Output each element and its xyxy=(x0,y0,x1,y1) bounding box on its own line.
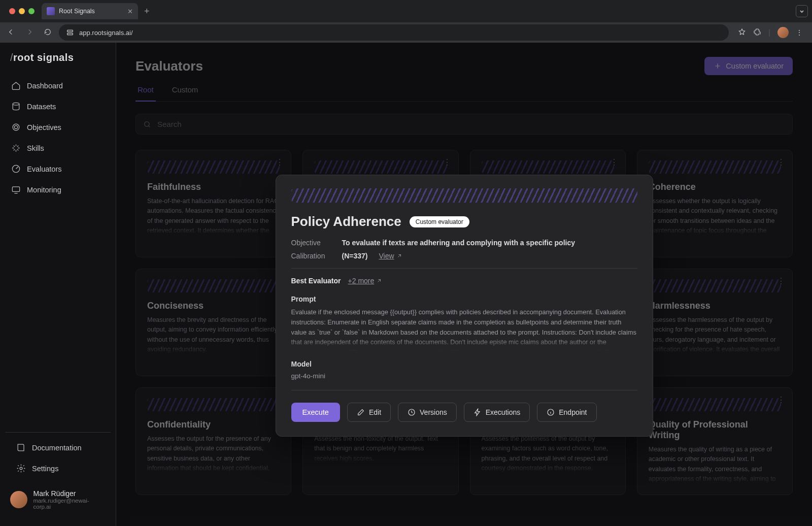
browser-menu-button[interactable]: ⋮ xyxy=(796,28,803,37)
sidebar-item-label: Datasets xyxy=(27,103,56,111)
clock-icon xyxy=(408,408,416,416)
browser-overflow-button[interactable] xyxy=(796,5,808,17)
model-value: gpt-4o-mini xyxy=(291,372,637,380)
close-window-icon[interactable] xyxy=(9,8,15,14)
book-icon xyxy=(16,443,26,452)
forward-button[interactable] xyxy=(22,25,37,41)
svg-rect-0 xyxy=(67,30,73,31)
sidebar-item-label: Dashboard xyxy=(27,82,63,90)
custom-evaluator-badge: Custom evaluator xyxy=(410,216,469,227)
modal-title: Policy Adherence xyxy=(291,214,401,229)
edit-button[interactable]: Edit xyxy=(347,403,391,422)
profile-avatar-icon[interactable] xyxy=(777,27,789,38)
evaluator-modal: Policy Adherence Custom evaluator Object… xyxy=(276,175,653,437)
sidebar-item-objectives[interactable]: Objectives xyxy=(5,117,111,137)
bookmark-button[interactable] xyxy=(738,28,746,38)
svg-rect-1 xyxy=(67,33,73,35)
sidebar-item-documentation[interactable]: Documentation xyxy=(10,438,106,457)
versions-button[interactable]: Versions xyxy=(398,403,457,422)
window-controls xyxy=(9,8,35,14)
database-icon xyxy=(11,102,21,111)
sidebar-item-skills[interactable]: Skills xyxy=(5,138,111,158)
extensions-button[interactable] xyxy=(753,28,761,38)
calibration-view-link[interactable]: View xyxy=(379,252,402,260)
svg-rect-6 xyxy=(12,187,19,192)
sidebar-item-label: Documentation xyxy=(32,444,82,452)
executions-button[interactable]: Executions xyxy=(464,403,530,422)
sidebar-item-label: Monitoring xyxy=(27,186,61,194)
objective-label: Objective xyxy=(291,239,331,247)
model-label: Model xyxy=(291,360,637,368)
site-settings-icon[interactable] xyxy=(66,28,74,37)
new-tab-button[interactable]: + xyxy=(144,6,150,17)
monitor-icon xyxy=(11,185,21,194)
sidebar-item-monitoring[interactable]: Monitoring xyxy=(5,180,111,200)
gear-icon xyxy=(16,464,26,473)
logo[interactable]: /root signals xyxy=(0,52,116,76)
sidebar-item-dashboard[interactable]: Dashboard xyxy=(5,76,111,95)
modal-overlay[interactable]: Policy Adherence Custom evaluator Object… xyxy=(116,43,812,526)
user-menu[interactable]: Mark Rüdiger mark.rudiger@newai-corp.ai xyxy=(5,482,111,517)
execute-button[interactable]: Execute xyxy=(291,403,340,422)
sidebar-item-label: Skills xyxy=(27,144,44,152)
main-content: Evaluators Custom evaluator Root Custom … xyxy=(116,43,812,526)
browser-tab[interactable]: Root Signals ✕ xyxy=(42,3,138,19)
target-icon xyxy=(11,122,21,132)
prompt-text: Evaluate if the enclosed message {{outpu… xyxy=(291,307,637,351)
browser-toolbar: app.rootsignals.ai/ | ⋮ xyxy=(0,22,812,43)
close-tab-icon[interactable]: ✕ xyxy=(127,8,133,15)
svg-point-7 xyxy=(20,467,22,470)
maximize-window-icon[interactable] xyxy=(28,8,35,14)
reload-button[interactable] xyxy=(41,25,55,41)
back-button[interactable] xyxy=(4,25,18,41)
minimize-window-icon[interactable] xyxy=(19,8,25,14)
prompt-label: Prompt xyxy=(291,295,637,303)
best-evaluator-more-link[interactable]: +2 more xyxy=(348,277,383,285)
url-text: app.rootsignals.ai/ xyxy=(79,29,133,37)
browser-tabbar: Root Signals ✕ + xyxy=(0,0,812,22)
avatar xyxy=(10,491,27,508)
favicon-icon xyxy=(47,7,55,15)
svg-point-4 xyxy=(14,125,17,128)
sidebar: /root signals Dashboard Datasets Objecti… xyxy=(0,43,116,526)
calibration-count: (N=337) xyxy=(342,252,368,260)
svg-point-2 xyxy=(13,103,19,105)
endpoint-button[interactable]: Endpoint xyxy=(537,403,596,422)
sidebar-item-settings[interactable]: Settings xyxy=(10,458,106,478)
user-name: Mark Rüdiger xyxy=(33,489,106,498)
sidebar-item-label: Evaluators xyxy=(27,165,62,173)
sidebar-item-evaluators[interactable]: Evaluators xyxy=(5,159,111,179)
sidebar-item-label: Settings xyxy=(32,465,58,473)
pencil-icon xyxy=(357,408,365,416)
address-bar[interactable]: app.rootsignals.ai/ xyxy=(59,24,729,41)
best-evaluator-label: Best Evaluator xyxy=(291,277,341,285)
info-icon xyxy=(547,408,555,416)
home-icon xyxy=(11,81,21,90)
sidebar-item-datasets[interactable]: Datasets xyxy=(5,96,111,116)
svg-point-3 xyxy=(13,124,19,130)
external-link-icon xyxy=(396,253,402,259)
external-link-icon xyxy=(376,278,382,284)
calibration-label: Calibration xyxy=(291,252,331,260)
modal-pattern xyxy=(291,188,637,203)
user-email: mark.rudiger@newai-corp.ai xyxy=(33,498,106,510)
sparkle-icon xyxy=(11,143,21,153)
objective-value: To evaluate if texts are adhering and co… xyxy=(342,239,576,247)
bolt-icon xyxy=(473,408,482,416)
tab-title: Root Signals xyxy=(59,8,95,15)
gauge-icon xyxy=(11,164,21,174)
sidebar-item-label: Objectives xyxy=(27,123,61,132)
